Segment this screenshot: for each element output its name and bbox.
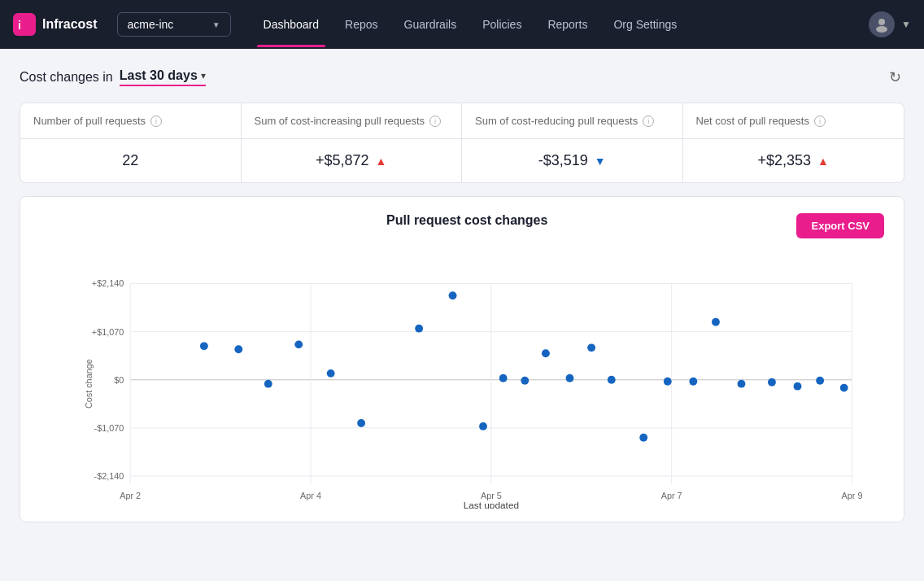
- refresh-button[interactable]: ↻: [886, 65, 904, 90]
- chart-header: Pull request cost changes Export CSV: [40, 213, 884, 238]
- chart-svg-container: +$2,140 +$1,070 $0 -$1,070 -$2,140 Apr 2…: [82, 251, 884, 509]
- data-point[interactable]: [449, 291, 457, 299]
- user-avatar[interactable]: [869, 11, 895, 37]
- stat-value-net: +$2,353 ▲: [683, 139, 904, 182]
- stat-header-net: Net cost of pull requests i: [683, 103, 904, 138]
- data-point[interactable]: [840, 384, 848, 392]
- nav-item-repos[interactable]: Repos: [332, 2, 390, 47]
- x-tick-4: Apr 9: [842, 491, 863, 500]
- user-menu-chevron-icon[interactable]: ▼: [901, 19, 911, 30]
- info-icon-pull-requests[interactable]: i: [150, 116, 162, 127]
- stat-header-net-label: Net cost of pull requests: [696, 115, 809, 127]
- x-axis-label: Last updated: [464, 500, 519, 509]
- data-point[interactable]: [664, 378, 672, 386]
- data-point[interactable]: [521, 377, 529, 385]
- x-tick-1: Apr 4: [300, 491, 321, 500]
- stat-header-reducing-label: Sum of cost-reducing pull requests: [475, 115, 638, 127]
- nav-item-policies[interactable]: Policies: [469, 2, 534, 47]
- data-point[interactable]: [768, 378, 776, 387]
- main-content: Cost changes in Last 30 days ▾ ↻ Number …: [0, 49, 924, 539]
- x-tick-0: Apr 2: [120, 491, 141, 500]
- data-point[interactable]: [415, 325, 423, 333]
- stat-header-increasing-label: Sum of cost-increasing pull requests: [255, 115, 425, 127]
- page-title: Cost changes in: [20, 70, 113, 85]
- date-range-chevron-icon: ▾: [201, 70, 206, 81]
- data-point[interactable]: [542, 349, 550, 357]
- stat-value-reducing-number: -$3,519: [538, 152, 588, 169]
- svg-text:i: i: [18, 19, 21, 32]
- logo: i Infracost: [13, 13, 98, 36]
- stat-value-pull-requests-number: 22: [122, 152, 138, 169]
- stat-header-pull-requests-label: Number of pull requests: [33, 115, 146, 127]
- stat-value-increasing-number: +$5,872: [316, 152, 369, 169]
- logo-text: Infracost: [42, 17, 98, 32]
- stat-header-reducing: Sum of cost-reducing pull requests i: [462, 103, 683, 138]
- svg-point-2: [878, 19, 885, 25]
- data-point[interactable]: [608, 376, 616, 384]
- data-point[interactable]: [738, 380, 746, 388]
- export-csv-button[interactable]: Export CSV: [796, 213, 884, 238]
- nav-item-org-settings[interactable]: Org Settings: [600, 2, 690, 47]
- data-point[interactable]: [794, 382, 802, 391]
- org-selector-chevron-icon: ▼: [212, 20, 220, 29]
- data-point[interactable]: [357, 419, 365, 427]
- stat-value-pull-requests: 22: [20, 139, 242, 182]
- data-point[interactable]: [689, 378, 697, 386]
- stats-values-row: 22 +$5,872 ▲ -$3,519 ▼ +$2,353 ▲: [20, 139, 904, 182]
- data-point[interactable]: [587, 343, 595, 352]
- data-point[interactable]: [639, 434, 647, 442]
- org-name: acme-inc: [128, 18, 206, 31]
- page-header: Cost changes in Last 30 days ▾ ↻: [20, 65, 904, 90]
- trend-up-icon-net: ▲: [817, 155, 829, 168]
- nav-item-reports[interactable]: Reports: [534, 2, 600, 47]
- data-point[interactable]: [327, 369, 335, 378]
- info-icon-reducing[interactable]: i: [643, 116, 654, 127]
- nav-item-guardrails[interactable]: Guardrails: [391, 2, 470, 47]
- page-title-area: Cost changes in Last 30 days ▾: [20, 68, 206, 86]
- org-selector[interactable]: acme-inc ▼: [117, 12, 231, 37]
- info-icon-increasing[interactable]: i: [429, 116, 441, 127]
- data-point[interactable]: [234, 345, 242, 353]
- y-tick-2: $0: [114, 375, 124, 385]
- stat-value-reducing: -$3,519 ▼: [462, 139, 683, 182]
- chart-wrapper: +$2,140 +$1,070 $0 -$1,070 -$2,140 Apr 2…: [40, 251, 884, 509]
- data-point[interactable]: [499, 374, 508, 382]
- stat-value-increasing: +$5,872 ▲: [242, 139, 463, 182]
- svg-point-3: [876, 26, 887, 33]
- data-point[interactable]: [566, 374, 574, 382]
- y-tick-1: +$1,070: [92, 327, 124, 337]
- date-range-selector[interactable]: Last 30 days ▾: [120, 68, 206, 86]
- y-tick-3: -$1,070: [94, 423, 124, 433]
- data-point[interactable]: [712, 318, 720, 326]
- data-point[interactable]: [294, 340, 303, 348]
- chart-svg: +$2,140 +$1,070 $0 -$1,070 -$2,140 Apr 2…: [82, 251, 884, 509]
- nav-item-dashboard[interactable]: Dashboard: [251, 2, 333, 47]
- data-point[interactable]: [816, 377, 824, 385]
- main-header: i Infracost acme-inc ▼ Dashboard Repos G…: [0, 0, 924, 49]
- y-tick-4: -$2,140: [94, 471, 124, 481]
- stat-value-net-number: +$2,353: [758, 152, 812, 169]
- date-range-text: Last 30 days: [120, 68, 198, 83]
- trend-down-icon-reducing: ▼: [595, 155, 606, 168]
- header-right: ▼: [869, 11, 911, 37]
- stats-card: Number of pull requests i Sum of cost-in…: [20, 103, 904, 183]
- y-tick-0: +$2,140: [92, 278, 124, 288]
- data-point[interactable]: [479, 422, 487, 430]
- stat-header-pull-requests: Number of pull requests i: [20, 103, 242, 138]
- x-tick-3: Apr 7: [661, 491, 682, 500]
- data-point[interactable]: [200, 342, 208, 350]
- chart-title: Pull request cost changes: [137, 213, 796, 228]
- main-nav: Dashboard Repos Guardrails Policies Repo…: [251, 2, 856, 47]
- stats-header-row: Number of pull requests i Sum of cost-in…: [20, 103, 904, 139]
- info-icon-net[interactable]: i: [814, 116, 826, 127]
- y-axis-label: Cost change: [84, 359, 94, 408]
- data-point[interactable]: [264, 380, 272, 388]
- stat-header-increasing: Sum of cost-increasing pull requests i: [242, 103, 463, 138]
- trend-up-icon-increasing: ▲: [376, 155, 387, 168]
- chart-card: Pull request cost changes Export CSV: [20, 196, 904, 522]
- logo-icon: i: [13, 13, 36, 36]
- svg-rect-0: [13, 13, 36, 36]
